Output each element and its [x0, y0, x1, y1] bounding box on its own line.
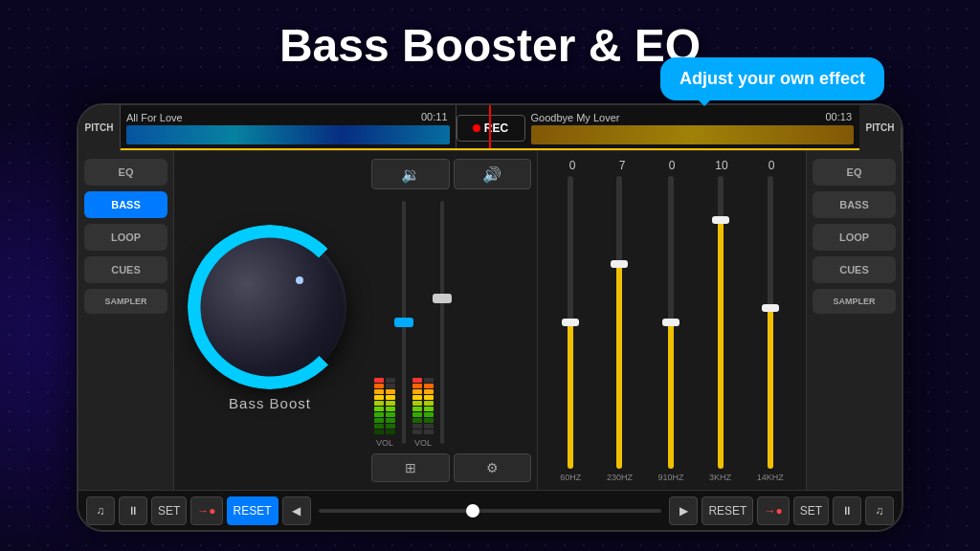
eq-panel: 0 7 0 10 0 60HZ: [538, 151, 806, 490]
set-btn-left[interactable]: SET: [151, 496, 187, 525]
eq-track-230hz[interactable]: [616, 176, 622, 469]
eq-thumb-14khz[interactable]: [762, 304, 779, 312]
mixer-bottom: ⊞ ⚙: [371, 453, 531, 482]
sidebar-btn-eq-right[interactable]: EQ: [813, 159, 896, 186]
waveform-right: Goodbye My Lover 00:13: [525, 105, 860, 151]
music-note-right[interactable]: ♫: [865, 496, 894, 525]
eq-fader-14khz: 14KHZ: [757, 176, 784, 482]
knob-arc: [188, 225, 352, 389]
eq-label-60hz: 60HZ: [560, 473, 581, 482]
next-btn[interactable]: ▶: [669, 496, 698, 525]
music-note-left[interactable]: ♫: [86, 496, 115, 525]
eq-thumb-910hz[interactable]: [662, 319, 679, 326]
eq-track-3khz[interactable]: [718, 176, 724, 469]
eq-faders-row: 60HZ 230HZ 910HZ: [547, 176, 796, 482]
waveform-bar: PITCH All For Love 00:11 REC Goodbye My …: [78, 105, 902, 151]
eq-track-14khz[interactable]: [768, 176, 773, 469]
reset-btn-left[interactable]: RESET: [227, 496, 278, 525]
fader-track-right[interactable]: [440, 201, 444, 444]
eq-val-2: 0: [653, 159, 691, 172]
eq-label-14khz: 14KHZ: [757, 473, 784, 482]
vol-label-right: VOL: [414, 438, 432, 448]
track-title-left: All For Love: [126, 112, 450, 123]
eq-thumb-60hz[interactable]: [562, 319, 579, 326]
vu-bars-left: [374, 320, 395, 434]
vu-bars-right: [412, 320, 434, 434]
left-panel: EQ BASS LOOP CUES SAMPLER: [78, 151, 174, 490]
eq-track-910hz[interactable]: [668, 176, 674, 469]
mixer-panel: 🔉 🔊: [366, 151, 538, 490]
progress-cursor: [489, 104, 491, 150]
pitch-btn-right[interactable]: PITCH: [859, 105, 902, 151]
sidebar-btn-cues-left[interactable]: CUES: [84, 256, 167, 283]
vu-col-right: [386, 320, 395, 434]
eq-label-3khz: 3KHZ: [709, 473, 731, 482]
sidebar-btn-bass-right[interactable]: BASS: [813, 191, 896, 218]
eq-thumb-230hz[interactable]: [611, 260, 628, 268]
progress-line: [121, 148, 859, 150]
eq-label-910hz: 910HZ: [657, 473, 683, 482]
waveform-left: All For Love 00:11: [121, 105, 457, 151]
eq-label-230hz: 230HZ: [607, 473, 633, 482]
sidebar-btn-loop-left[interactable]: LOOP: [84, 224, 167, 251]
vu-col-left: [374, 320, 384, 434]
eq-thumb-3khz[interactable]: [712, 216, 729, 224]
eq-val-3: 10: [702, 159, 741, 172]
volume-down-btn[interactable]: 🔉: [371, 159, 450, 189]
vol-fader-left: [402, 197, 406, 448]
eq-fader-230hz: 230HZ: [607, 176, 633, 482]
sidebar-btn-eq-left[interactable]: EQ: [84, 159, 167, 186]
fader-thumb-left[interactable]: [394, 318, 413, 327]
sidebar-btn-loop-right[interactable]: LOOP: [813, 224, 896, 251]
eq-val-4: 0: [752, 159, 791, 172]
sidebar-btn-bass-left[interactable]: BASS: [84, 191, 167, 218]
arrow-rec-left[interactable]: →●: [190, 496, 222, 525]
knob-area: Bass Boost: [174, 151, 366, 490]
transport-slider[interactable]: [319, 509, 662, 513]
fader-thumb-right[interactable]: [433, 294, 452, 303]
fader-track-left[interactable]: [402, 201, 406, 444]
right-panel: EQ BASS LOOP CUES SAMPLER: [806, 151, 902, 490]
bass-knob[interactable]: [193, 231, 346, 384]
mixer-top: 🔉 🔊: [371, 159, 531, 189]
main-content: EQ BASS LOOP CUES SAMPLER Bass Boost 🔉 🔊: [78, 151, 902, 490]
track-title-right: Goodbye My Lover: [531, 112, 855, 123]
reset-btn-right[interactable]: RESET: [702, 496, 753, 525]
rec-dot: [473, 124, 480, 132]
waveform-visual-right: [531, 125, 855, 144]
vol-fader-right: [440, 197, 444, 448]
sidebar-btn-sampler-left[interactable]: SAMPLER: [84, 289, 167, 314]
waveform-visual-left: [126, 125, 450, 144]
tooltip-bubble: Adjust your own effect: [660, 57, 884, 100]
knob-indicator: [296, 276, 303, 284]
vu-col-r1: [412, 320, 422, 434]
settings-btn[interactable]: ⚙: [454, 453, 532, 482]
eq-fader-3khz: 3KHZ: [709, 176, 731, 482]
eq-track-60hz[interactable]: [568, 176, 573, 469]
set-btn-right[interactable]: SET: [793, 496, 829, 525]
track-time-right: 00:13: [825, 111, 852, 122]
vu-meter-right: VOL: [410, 197, 436, 448]
pause-btn-right[interactable]: ⏸: [833, 496, 861, 525]
vu-col-r2: [424, 320, 434, 434]
eq-fader-60hz: 60HZ: [560, 176, 581, 482]
volume-up-btn[interactable]: 🔊: [454, 159, 532, 189]
arrow-rec-right[interactable]: →●: [757, 496, 789, 525]
knob-label: Bass Boost: [229, 395, 311, 411]
prev-btn[interactable]: ◀: [282, 496, 311, 525]
eq-values-row: 0 7 0 10 0: [547, 159, 796, 172]
transport-slider-thumb[interactable]: [466, 504, 479, 518]
phone-frame: PITCH All For Love 00:11 REC Goodbye My …: [77, 103, 903, 532]
knob-container[interactable]: [193, 231, 346, 384]
eq-val-0: 0: [553, 159, 591, 172]
mixer-sliders-area: VOL: [371, 197, 531, 448]
transport-bar: ♫ ⏸ SET →● RESET ◀ ▶ RESET →● SET ⏸ ♫: [78, 490, 902, 530]
pause-btn-left[interactable]: ⏸: [119, 496, 147, 525]
playlist-btn[interactable]: ⊞: [371, 453, 450, 482]
eq-val-1: 7: [603, 159, 641, 172]
pitch-btn-left[interactable]: PITCH: [78, 105, 121, 151]
track-time-left: 00:11: [421, 111, 448, 122]
sidebar-btn-sampler-right[interactable]: SAMPLER: [813, 289, 896, 314]
sidebar-btn-cues-right[interactable]: CUES: [813, 256, 896, 283]
vol-label-left: VOL: [376, 438, 393, 448]
